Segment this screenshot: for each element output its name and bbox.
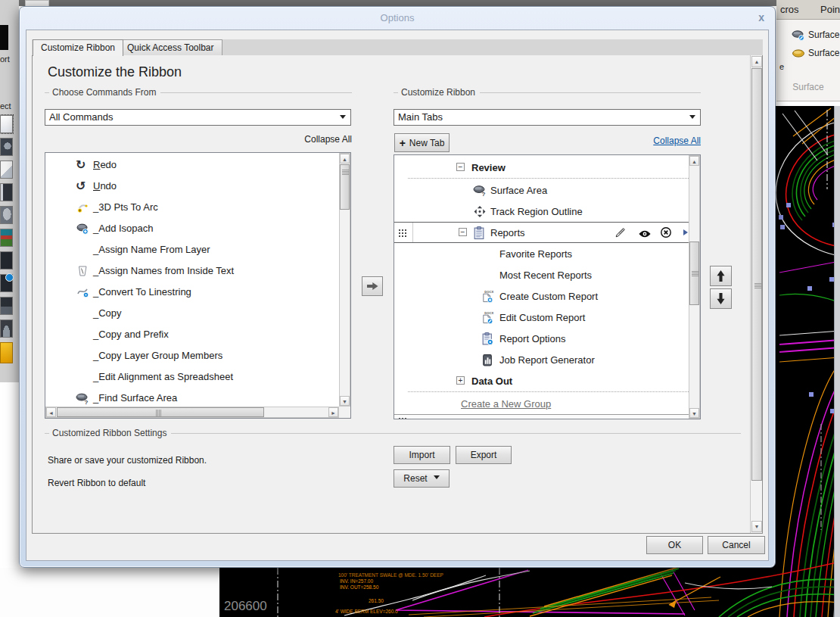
customize-ribbon-page: Customize the Ribbon Choose Commands Fro… — [32, 55, 763, 534]
terrain-tool-icon[interactable] — [0, 229, 13, 247]
expander-plus-icon[interactable]: + — [456, 376, 465, 385]
command-label: _Copy Layer Group Members — [93, 350, 222, 361]
drawing-scrollbar[interactable] — [834, 106, 840, 617]
tree-item-home[interactable]: Home — [394, 414, 689, 419]
template-tool-icon[interactable] — [0, 183, 13, 201]
tree-vscroll-thumb[interactable] — [689, 242, 699, 305]
share-text: Share or save your customized Ribbon. — [48, 455, 207, 466]
tree-item-edit-custom-report[interactable]: DOCXEdit Custom Report — [394, 307, 689, 328]
tab-quick-access-toolbar[interactable]: Quick Access Toolbar — [119, 39, 222, 56]
scroll-up-icon[interactable]: ▲ — [751, 56, 762, 67]
expander-minus-icon[interactable]: − — [456, 163, 465, 171]
drag-handle[interactable] — [394, 223, 413, 242]
import-button[interactable]: Import — [394, 446, 450, 464]
command-item[interactable]: ↺Undo — [45, 176, 339, 197]
folder-tool-icon[interactable] — [0, 342, 13, 363]
tree-item-create-custom-report[interactable]: DOCXCreate Custom Report — [394, 285, 689, 307]
tab-customize-ribbon[interactable]: Customize Ribbon — [33, 39, 123, 56]
edit-pencil-icon[interactable] — [614, 226, 627, 238]
create-new-group-link[interactable]: Create a New Group — [461, 398, 551, 410]
ribbon-tree[interactable]: −Review?Surface AreaTrack Region Outline… — [394, 154, 701, 419]
tree-group-label: Reports — [490, 227, 525, 238]
command-item[interactable]: _Assign Names from Inside Text — [45, 260, 339, 282]
notify-tool-icon[interactable] — [0, 274, 13, 292]
ribbon-target-dropdown[interactable]: Main Tabs — [394, 109, 701, 126]
arc3d-icon — [76, 201, 89, 213]
command-item[interactable]: _Edit Alignment as Spreadsheet — [45, 366, 339, 388]
tree-tab-label: Home — [443, 417, 469, 419]
customized-ribbon-settings-label: Customized Ribbon Settings — [45, 428, 741, 438]
collapse-all-link[interactable]: Collapse All — [625, 136, 701, 146]
move-up-button[interactable] — [710, 266, 732, 286]
add-command-button[interactable] — [362, 276, 383, 296]
vscroll-thumb[interactable] — [340, 164, 350, 210]
surface-gold-icon — [792, 48, 805, 59]
scroll-down-icon[interactable]: ▼ — [689, 408, 699, 418]
visibility-eye-icon[interactable] — [638, 228, 652, 240]
new-tab-button[interactable]: + New Tab — [394, 133, 450, 152]
blank-icon — [76, 244, 89, 256]
tree-item-create-a-new-group[interactable]: Create a New Group — [394, 393, 689, 414]
tree-subcommand-label: Favorite Reports — [499, 248, 572, 260]
close-icon[interactable]: x — [758, 12, 764, 23]
reset-button[interactable]: Reset — [394, 469, 450, 488]
tree-item-job-report-generator[interactable]: Job Report Generator — [394, 349, 689, 370]
export-button[interactable]: Export — [456, 446, 512, 464]
scroll-up-icon[interactable]: ▲ — [340, 154, 350, 164]
remove-icon[interactable] — [659, 226, 673, 238]
command-label: _Assign Names from Inside Text — [93, 265, 234, 276]
excavator-tool-icon[interactable] — [0, 297, 13, 315]
command-item[interactable]: _Add Isopach — [45, 218, 339, 239]
curve-tool-icon[interactable] — [0, 160, 13, 179]
command-item[interactable]: ↻Redo — [45, 154, 339, 176]
tree-item-data-out[interactable]: +Data Out — [394, 370, 689, 391]
svg-text:?: ? — [482, 191, 486, 197]
surface-button-2[interactable]: Surface — [792, 45, 839, 61]
surface-button-label: Surface — [808, 30, 839, 40]
tree-item-reports[interactable]: −Reports — [394, 222, 689, 243]
chevron-down-icon — [434, 475, 440, 482]
boundary-tool-icon[interactable] — [0, 138, 13, 156]
page-vscroll-thumb[interactable] — [751, 68, 762, 481]
command-item[interactable]: _Copy Layer Group Members — [45, 345, 339, 366]
page-vscrollbar[interactable]: ▲ ▼ — [750, 55, 762, 533]
command-item[interactable]: _Copy — [45, 303, 339, 324]
scroll-down-icon[interactable]: ▼ — [751, 521, 762, 532]
tree-item-review[interactable]: −Review — [394, 157, 689, 178]
command-item[interactable]: _Convert To Linestring — [45, 282, 339, 303]
scroll-up-icon[interactable]: ▲ — [689, 156, 699, 166]
tree-item-track-region-outline[interactable]: Track Region Outline — [394, 201, 689, 222]
stockpile-tool-icon[interactable] — [0, 319, 13, 338]
scroll-right-icon[interactable]: ► — [328, 407, 338, 417]
surface-group-label: Surface — [776, 82, 840, 92]
expand-right-icon[interactable] — [683, 229, 689, 235]
ribbon-tab-point[interactable]: Point — [820, 4, 840, 15]
command-item[interactable]: _3D Pts To Arc — [45, 197, 339, 218]
ribbon-tab-macros[interactable]: cros — [780, 4, 799, 15]
scroll-down-icon[interactable]: ▼ — [340, 396, 350, 406]
layers-tool-icon[interactable] — [0, 251, 13, 270]
commands-hscrollbar[interactable]: ◄ ► — [45, 407, 339, 418]
command-item[interactable]: ?_Find Surface Area — [45, 388, 339, 407]
tree-subcommand-label: Report Options — [499, 333, 565, 344]
tree-item-surface-area[interactable]: ?Surface Area — [394, 179, 689, 201]
command-item[interactable]: _Copy and Prefix — [45, 324, 339, 345]
commands-vscrollbar[interactable]: ▲ ▼ — [339, 153, 350, 407]
collapse-all-left[interactable]: Collapse All — [276, 134, 352, 145]
commands-list[interactable]: ↻Redo↺Undo_3D Pts To Arc_Add Isopach_Ass… — [45, 152, 351, 419]
surface-button-1[interactable]: Surface — [792, 27, 839, 42]
move-down-button[interactable] — [710, 288, 732, 309]
tree-item-most-recent-reports[interactable]: Most Recent Reports — [394, 264, 689, 285]
command-item[interactable]: _Assign Name From Layer — [45, 239, 339, 260]
cancel-button[interactable]: Cancel — [708, 536, 765, 554]
tree-vscrollbar[interactable]: ▲ ▼ — [689, 155, 700, 419]
expander-minus-icon[interactable]: − — [459, 228, 467, 236]
scroll-left-icon[interactable]: ◄ — [46, 407, 56, 417]
tree-item-report-options[interactable]: Report Options — [394, 328, 689, 349]
ok-button[interactable]: OK — [646, 536, 703, 554]
surface-blob-tool-icon[interactable] — [0, 206, 13, 224]
hscroll-thumb[interactable] — [57, 407, 264, 417]
commands-source-dropdown[interactable]: All Commands — [45, 109, 351, 126]
document-tool-icon[interactable] — [0, 115, 13, 133]
tree-item-favorite-reports[interactable]: Favorite Reports — [394, 243, 689, 264]
